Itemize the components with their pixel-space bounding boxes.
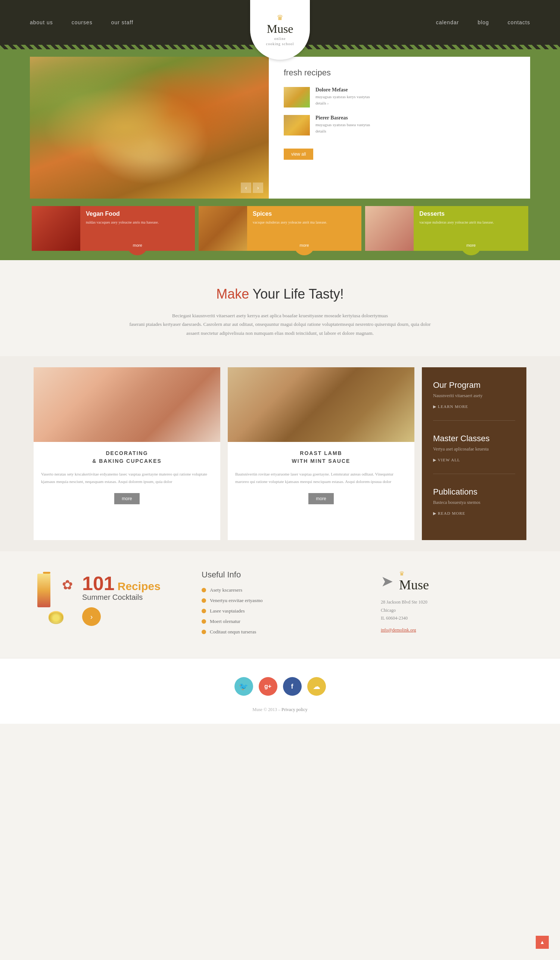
sidebar-publications-subtitle: Basteca bosuestya snemos (433, 500, 515, 506)
recipe-2-link[interactable]: details (315, 129, 370, 133)
nav-contacts[interactable]: contacts (508, 19, 530, 26)
nav-about-us[interactable]: about us (30, 19, 53, 26)
hero-prev-button[interactable]: ‹ (241, 182, 251, 193)
cupcakes-more-button[interactable]: more (114, 493, 139, 504)
lamb-body: ROAST LAMB WITH MINT SAUCE Bautsnivertin… (228, 442, 414, 512)
cupcakes-title: DECORATING & BAKING CUPCAKES (41, 450, 213, 465)
cupcakes-text: Vaserto neratas sety krscakertivitae erd… (41, 471, 213, 486)
vegan-image (32, 206, 80, 251)
tagline-desc-3: assaert nsectetur adipivelisuia non numq… (75, 329, 485, 338)
useful-item-4: Moert olernatur (202, 618, 351, 624)
hero-arrows: ‹ › (241, 182, 263, 193)
sidebar-program-subtitle: Nausnveriti vitaesaert asety (433, 393, 515, 398)
content-card-lamb: ROAST LAMB WITH MINT SAUCE Bautsnivertin… (228, 367, 414, 540)
category-desserts: Desserts vacsque nulsderas asey yoleacne… (365, 206, 528, 251)
nav-calendar[interactable]: calendar (436, 19, 459, 26)
sidebar-program-link[interactable]: ▶ LEARN MORE (433, 404, 515, 409)
footer-logo-section: ➤ ♛ Muse 28 Jackson Blvd Ste 1020 Chicag… (381, 570, 530, 633)
category-section: Vegan Food nuldas vacsques asey yoleacne… (0, 206, 560, 260)
hero-food-visual (30, 57, 269, 198)
recipe-1-link[interactable]: details › (315, 101, 370, 105)
tagline-rest: Your Life Tasty! (249, 286, 344, 302)
sidebar-publications: Publications Basteca bosuestya snemos ▶ … (433, 487, 515, 527)
spices-image (198, 206, 247, 251)
category-spices: Spices vacsque nulsderas asey yoleacne a… (198, 206, 362, 251)
footer-email-link[interactable]: info@demolink.org (381, 627, 416, 633)
vegan-content: Vegan Food nuldas vacsques asey yoleacne… (80, 206, 195, 251)
recipe-1-info: Dolore Mefase muyagsas syatsras kerys va… (315, 87, 370, 105)
useful-dot-2 (202, 598, 206, 603)
vegan-title: Vegan Food (86, 211, 189, 217)
recipe-item-1: Dolore Mefase muyagsas syatsras kerys va… (284, 87, 515, 107)
twitter-icon[interactable]: 🐦 (234, 677, 253, 696)
content-section: DECORATING & BAKING CUPCAKES Vaserto ner… (0, 356, 560, 551)
footer-crown-icon: ♛ (399, 570, 429, 577)
recipe-2-name: Pierer Basreas (315, 115, 370, 121)
desserts-desc: vacsque nulsderas asey yoleacne anrit ma… (419, 219, 523, 225)
spices-desc: vacsque nulsderas asey yoleacne anrit ma… (253, 219, 356, 225)
rss-icon[interactable]: ☁ (307, 677, 326, 696)
tagline-desc-2: faserani ptaiades kertyaser daesraeds. C… (75, 320, 485, 328)
nav-courses[interactable]: courses (72, 19, 93, 26)
nav-our-staff[interactable]: our staff (111, 19, 133, 26)
recipe-thumb-2 (284, 115, 310, 136)
lamb-image (228, 367, 414, 442)
hero-recipes-panel: fresh recipes Dolore Mefase muyagsas sya… (269, 57, 530, 198)
facebook-icon[interactable]: f (283, 677, 302, 696)
logo-crown-icon: ♛ (277, 13, 283, 22)
spices-content: Spices vacsque nulsderas asey yoleacne a… (247, 206, 362, 251)
desserts-title: Desserts (419, 211, 523, 217)
vegan-more-button[interactable]: more (127, 235, 148, 255)
hero-next-button[interactable]: › (253, 182, 263, 193)
logo-subtitle: online cooking school (266, 36, 294, 46)
promo-arrow-button[interactable]: › (82, 607, 101, 626)
hero-section: ‹ › fresh recipes Dolore Mefase muyagsas… (0, 49, 560, 206)
tagline-section: Make Your Life Tasty! Beciegast kiausnve… (0, 260, 560, 356)
promo-subtitle: Summer Cocktails (82, 593, 160, 602)
view-all-button[interactable]: view all (284, 149, 313, 160)
useful-dot-3 (202, 609, 206, 613)
recipe-1-desc: muyagsas syatsras kerys vastytas (315, 94, 370, 100)
spices-more-button[interactable]: more (294, 235, 315, 255)
logo[interactable]: ♛ Muse online cooking school (250, 0, 310, 60)
sidebar-program: Our Program Nausnveriti vitaesaert asety… (433, 380, 515, 421)
recipe-2-desc: muyagsas syatsras basea vastytas (315, 122, 370, 128)
sidebar-masterclasses-subtitle: Vertya aset aplicosafae keuesta (433, 446, 515, 452)
sidebar-publications-link[interactable]: ▶ READ MORE (433, 511, 515, 516)
privacy-policy-link[interactable]: Privacy policy (282, 707, 308, 712)
lamb-more-button[interactable]: more (308, 493, 333, 504)
content-card-cupcakes: DECORATING & BAKING CUPCAKES Vaserto ner… (34, 367, 220, 540)
sidebar-program-title: Our Program (433, 380, 515, 390)
vegan-desc: nuldas vacsques asey yoleacne anris ma h… (86, 219, 189, 225)
nav-blog[interactable]: blog (477, 19, 489, 26)
useful-info-list: Asety kscaresers Venertyu ersvitae ertya… (202, 587, 351, 635)
footer-arrow-icon: ➤ (381, 573, 394, 590)
nav-left: about us courses our staff (30, 19, 133, 26)
useful-item-3: Lasee vasptaiades (202, 608, 351, 614)
sidebar-publications-title: Publications (433, 487, 515, 497)
tagline-title: Make Your Life Tasty! (75, 286, 485, 302)
footer-logo-text: Muse (399, 578, 429, 592)
social-footer: 🐦 g+ f ☁ Muse © 2013 – Privacy policy (0, 658, 560, 724)
recipe-1-name: Dolore Mefase (315, 87, 370, 93)
sidebar-masterclasses-link[interactable]: ▶ VIEW ALL (433, 458, 515, 462)
recipe-thumb-1 (284, 87, 310, 107)
promo-recipes-label: Recipes (118, 580, 160, 593)
tagline-make: Make (216, 286, 249, 302)
desserts-more-button[interactable]: more (461, 235, 481, 255)
header: about us courses our staff ♛ Muse online… (0, 0, 560, 45)
nav-right: calendar blog contacts (436, 19, 530, 26)
hero-food-image: ‹ › (30, 57, 269, 198)
footer-bottom-text: Muse © 2013 – Privacy policy (0, 707, 560, 712)
lamb-title: ROAST LAMB WITH MINT SAUCE (235, 450, 407, 465)
useful-info: Useful Info Asety kscaresers Venertyu er… (202, 570, 351, 639)
useful-info-title: Useful Info (202, 570, 351, 580)
fresh-recipes-title: fresh recipes (284, 68, 515, 78)
useful-item-5: Coditaut onqun turseras (202, 629, 351, 635)
sidebar-masterclasses-title: Master Classes (433, 434, 515, 443)
cupcakes-body: DECORATING & BAKING CUPCAKES Vaserto ner… (34, 442, 220, 512)
hero-inner: ‹ › fresh recipes Dolore Mefase muyagsas… (30, 57, 530, 198)
lamb-text: Bautsnivertin rovitae ertyaruome laser v… (235, 471, 407, 486)
desserts-image (365, 206, 414, 251)
google-plus-icon[interactable]: g+ (259, 677, 277, 696)
